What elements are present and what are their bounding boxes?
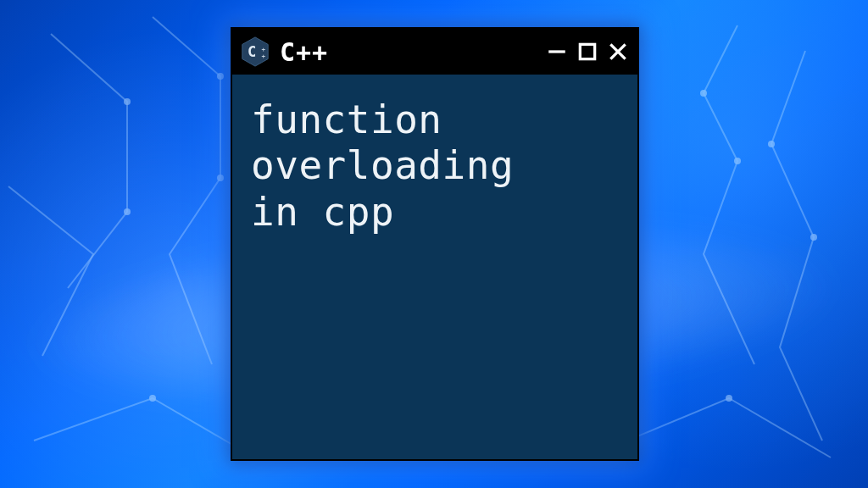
svg-point-6 <box>768 141 775 147</box>
svg-point-4 <box>700 90 707 97</box>
window-title: C++ <box>280 37 537 67</box>
cpp-icon-letter: C <box>248 43 256 60</box>
svg-point-3 <box>217 175 224 181</box>
maximize-icon <box>576 41 598 63</box>
window-controls <box>546 41 629 63</box>
cpp-language-icon: C + + <box>239 36 271 68</box>
close-icon <box>607 41 629 63</box>
window-body-text: function overloading in cpp <box>232 75 637 459</box>
window-titlebar: C + + C++ <box>232 29 637 75</box>
svg-point-1 <box>124 208 131 215</box>
svg-point-0 <box>124 98 131 105</box>
terminal-window: C + + C++ function overloading in cpp <box>231 27 639 461</box>
close-button[interactable] <box>607 41 629 63</box>
minimize-button[interactable] <box>546 41 568 63</box>
maximize-button[interactable] <box>576 41 598 63</box>
svg-text:+: + <box>262 53 266 60</box>
svg-rect-14 <box>580 44 594 58</box>
svg-point-5 <box>734 158 741 164</box>
svg-point-2 <box>217 73 224 80</box>
minimize-icon <box>546 41 568 63</box>
